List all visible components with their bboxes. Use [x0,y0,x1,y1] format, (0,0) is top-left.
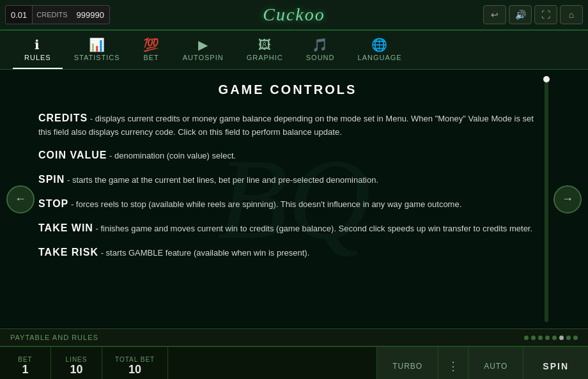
tab-rules[interactable]: ℹ RULES [13,35,63,69]
credit-value: 0.01 [6,6,33,24]
rule-term-stop: STOP [38,198,68,209]
game-title: Cuckoo [263,4,325,25]
home-button[interactable]: ⌂ [560,5,583,24]
nav-tabs: ℹ RULES 📊 STATISTICS 💯 BET ▶ AUTOSPIN 🖼 … [0,31,588,70]
lines-section: LINES 10 [51,347,102,379]
total-bet-section: TOTAL BET 10 [102,347,168,379]
scrollbar-thumb[interactable] [543,76,550,82]
paytable-bar: PAYTABLE AND RULES [0,329,588,346]
bottom-bar: BET 1 LINES 10 TOTAL BET 10 TURBO ⋮ AUTO… [0,346,588,379]
lines-label: LINES [66,356,88,363]
rule-spin: SPIN - starts the game at the current be… [38,172,537,187]
sound-icon: 🎵 [312,38,329,51]
statistics-icon: 📊 [89,38,105,51]
tab-language-label: LANGUAGE [358,54,402,61]
total-bet-label: TOTAL BET [115,356,155,363]
top-controls: ↩ 🔊 ⛶ ⌂ [483,5,583,24]
bet-icon: 💯 [143,38,160,51]
turbo-button[interactable]: TURBO [376,347,438,379]
dot-2[interactable] [531,336,536,340]
rule-desc-stop: - forces reels to stop (available while … [71,199,461,209]
rule-desc-coinvalue: - denomination (coin value) select. [109,151,236,160]
back-button[interactable]: ↩ [483,5,506,24]
rule-coinvalue: COIN VALUE - denomination (coin value) s… [38,148,537,163]
bottom-spacer [168,347,376,379]
tab-statistics-label: STATISTICS [74,54,120,61]
rule-term-takewin: TAKE WIN [38,222,93,233]
auto-button[interactable]: AUTO [468,347,523,379]
credit-display[interactable]: 0.01 CREDITS 999990 [5,5,110,24]
graphic-icon: 🖼 [258,38,272,51]
tab-rules-label: RULES [24,54,51,61]
rule-term-coinvalue: COIN VALUE [38,150,107,160]
bet-label: BET [18,356,32,363]
rules-title: GAME CONTROLS [38,80,537,99]
rule-desc-takewin: - finishes game and moves current win to… [96,224,533,233]
rule-takewin: TAKE WIN - finishes game and moves curre… [38,220,537,236]
dot-4[interactable] [545,336,550,340]
tab-bet-label: BET [143,54,159,61]
language-icon: 🌐 [371,38,388,51]
prev-arrow[interactable]: ← [6,185,35,213]
rule-term-credits: CREDITS [38,112,88,123]
tab-sound[interactable]: 🎵 SOUND [295,35,346,69]
fullscreen-button[interactable]: ⛶ [534,5,557,24]
tab-autospin[interactable]: ▶ AUTOSPIN [171,35,235,69]
tab-sound-label: SOUND [306,54,335,61]
top-bar: 0.01 CREDITS 999990 Cuckoo ↩ 🔊 ⛶ ⌂ [0,0,588,31]
rule-desc-credits: - displays current credits or money game… [38,114,534,137]
main-content: BQ ← GAME CONTROLS CREDITS - displays cu… [0,70,588,329]
rule-term-takerisk: TAKE RISK [38,247,98,258]
sound-button[interactable]: 🔊 [509,5,532,24]
rule-takerisk: TAKE RISK - starts GAMBLE feature (avail… [38,245,537,260]
paytable-dots [524,336,578,340]
tab-language[interactable]: 🌐 LANGUAGE [346,35,414,69]
rule-desc-takerisk: - starts GAMBLE feature (available when … [101,248,310,258]
dot-3[interactable] [538,336,543,340]
dot-8[interactable] [573,336,578,340]
tab-graphic[interactable]: 🖼 GRAPHIC [235,35,295,69]
rule-term-spin: SPIN [38,174,65,185]
spin-button[interactable]: SPIN [523,347,588,379]
total-bet-value: 10 [128,363,141,376]
dot-7[interactable] [566,336,571,340]
rule-stop: STOP - forces reels to stop (available w… [38,196,537,212]
rules-content: GAME CONTROLS CREDITS - displays current… [0,70,588,329]
bet-value: 1 [22,363,28,376]
tab-bet[interactable]: 💯 BET [132,35,171,69]
next-arrow[interactable]: → [553,185,582,213]
paytable-label: PAYTABLE AND RULES [10,334,98,341]
dot-5[interactable] [552,336,557,340]
rule-desc-spin: - starts the game at the current bet lin… [67,175,378,185]
tab-autospin-label: AUTOSPIN [183,54,224,61]
lines-value: 10 [70,363,82,376]
tab-graphic-label: GRAPHIC [247,54,283,61]
scrollbar-track[interactable] [545,76,548,322]
bet-section: BET 1 [0,347,51,379]
menu-dots-button[interactable]: ⋮ [438,347,468,379]
credit-label: CREDITS [33,11,71,19]
autospin-icon: ▶ [198,38,208,51]
dot-6[interactable] [559,336,564,340]
rule-credits: CREDITS - displays current credits or mo… [38,111,537,139]
tab-statistics[interactable]: 📊 STATISTICS [63,35,132,69]
rules-icon: ℹ [35,38,40,51]
credit-amount: 999990 [72,10,109,20]
dot-1[interactable] [524,336,529,340]
